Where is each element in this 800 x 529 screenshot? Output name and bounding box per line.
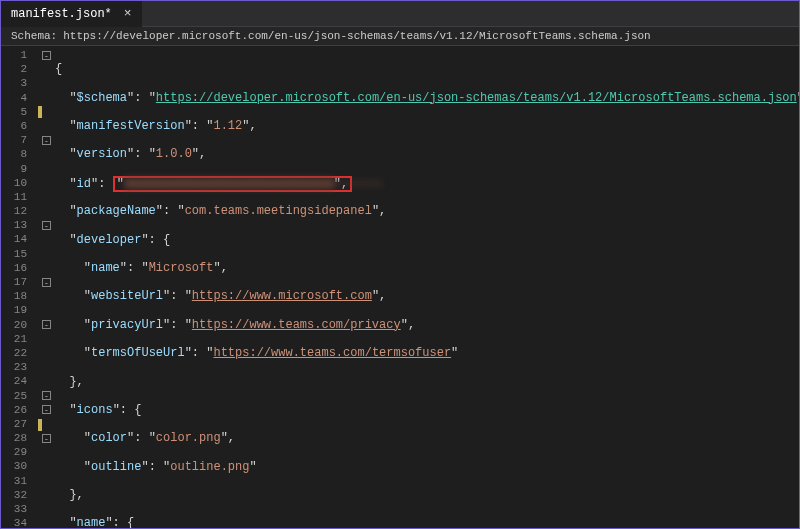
tab-bar: manifest.json* ×	[1, 1, 799, 27]
close-icon[interactable]: ×	[124, 7, 132, 20]
tab-manifest-json[interactable]: manifest.json* ×	[1, 1, 142, 27]
fold-icon[interactable]: -	[42, 320, 51, 329]
fold-icon[interactable]: -	[42, 136, 51, 145]
fold-icon[interactable]: -	[42, 51, 51, 60]
line-number-gutter: 1234567891011121314151617181920212223242…	[1, 46, 35, 529]
code-content[interactable]: { "$schema": "https://developer.microsof…	[51, 46, 799, 529]
change-marker-column	[35, 46, 42, 529]
fold-icon[interactable]: -	[42, 221, 51, 230]
code-editor[interactable]: 1234567891011121314151617181920212223242…	[1, 46, 799, 529]
schema-bar: Schema: https://developer.microsoft.com/…	[1, 27, 799, 46]
fold-icon[interactable]: -	[42, 391, 51, 400]
fold-icon[interactable]: -	[42, 278, 51, 287]
fold-icon[interactable]: -	[42, 434, 51, 443]
redacted-id-highlight: "xxxxxxxx-xxxx-xxxx-xxxx-xxxxxxxxxxxx",	[113, 176, 353, 192]
tab-title: manifest.json*	[11, 7, 112, 21]
fold-column: --------	[42, 46, 51, 529]
schema-label: Schema:	[11, 30, 57, 42]
fold-icon[interactable]: -	[42, 405, 51, 414]
schema-url[interactable]: https://developer.microsoft.com/en-us/js…	[63, 30, 651, 42]
